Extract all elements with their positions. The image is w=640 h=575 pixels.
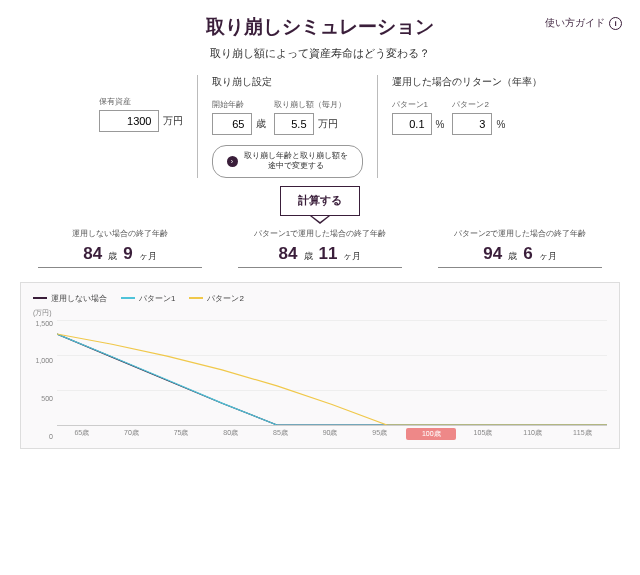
guide-label: 使い方ガイド: [545, 16, 605, 30]
assets-input[interactable]: [99, 110, 159, 132]
calculate-button[interactable]: 計算する: [280, 186, 360, 216]
withdrawal-group: 取り崩し設定 開始年齢 歳 取り崩し額（毎月） 万円 › 取り崩し年齢と取り崩し…: [197, 75, 377, 178]
line-chart: 1,5001,0005000 65歳70歳75歳80歳85歳90歳95歳100歳…: [57, 320, 607, 440]
subtitle: 取り崩し額によって資産寿命はどう変わる？: [0, 46, 640, 61]
change-schedule-button[interactable]: › 取り崩し年齢と取り崩し額を 途中で変更する: [212, 145, 363, 178]
info-icon: i: [609, 17, 622, 30]
withdrawal-title: 取り崩し設定: [212, 75, 363, 89]
amount-input[interactable]: [274, 113, 314, 135]
y-axis-label: (万円): [33, 308, 607, 318]
amount-label: 取り崩し額（毎月）: [274, 99, 346, 110]
plot-area: [57, 320, 607, 426]
page-title: 取り崩しシミュレーション: [206, 14, 434, 40]
start-age-input[interactable]: [212, 113, 252, 135]
change-label: 取り崩し年齢と取り崩し額を 途中で変更する: [244, 151, 348, 172]
p1-label: パターン1: [392, 99, 445, 110]
y-axis: 1,5001,0005000: [33, 320, 53, 440]
chart-svg: [57, 320, 607, 425]
start-age-label: 開始年齢: [212, 99, 266, 110]
result-item: パターン2で運用した場合の終了年齢94歳6ヶ月: [420, 228, 620, 268]
legend-line-icon: [121, 297, 135, 299]
legend-line-icon: [33, 297, 47, 299]
chevron-right-icon: ›: [227, 156, 238, 167]
x-axis: 65歳70歳75歳80歳85歳90歳95歳100歳105歳110歳115歳: [57, 428, 607, 440]
usage-guide-link[interactable]: 使い方ガイド i: [545, 16, 622, 30]
results-row: 運用しない場合の終了年齢84歳9ヶ月パターン1で運用した場合の終了年齢84歳11…: [0, 228, 640, 268]
assets-label: 保有資産: [99, 96, 183, 107]
returns-title: 運用した場合のリターン（年率）: [392, 75, 542, 89]
legend-line-icon: [189, 297, 203, 299]
p2-label: パターン2: [452, 99, 505, 110]
pattern2-input[interactable]: [452, 113, 492, 135]
returns-group: 運用した場合のリターン（年率） パターン1 % パターン2 %: [377, 75, 556, 178]
chart-legend: 運用しない場合 パターン1 パターン2: [33, 293, 607, 304]
result-item: 運用しない場合の終了年齢84歳9ヶ月: [20, 228, 220, 268]
assets-unit: 万円: [163, 114, 183, 128]
input-panel: 保有資産 万円 取り崩し設定 開始年齢 歳 取り崩し額（毎月） 万円: [0, 75, 640, 178]
pattern1-input[interactable]: [392, 113, 432, 135]
chart-container: 運用しない場合 パターン1 パターン2 (万円) 1,5001,0005000 …: [20, 282, 620, 449]
result-item: パターン1で運用した場合の終了年齢84歳11ヶ月: [220, 228, 420, 268]
assets-group: 保有資産 万円: [85, 75, 197, 178]
